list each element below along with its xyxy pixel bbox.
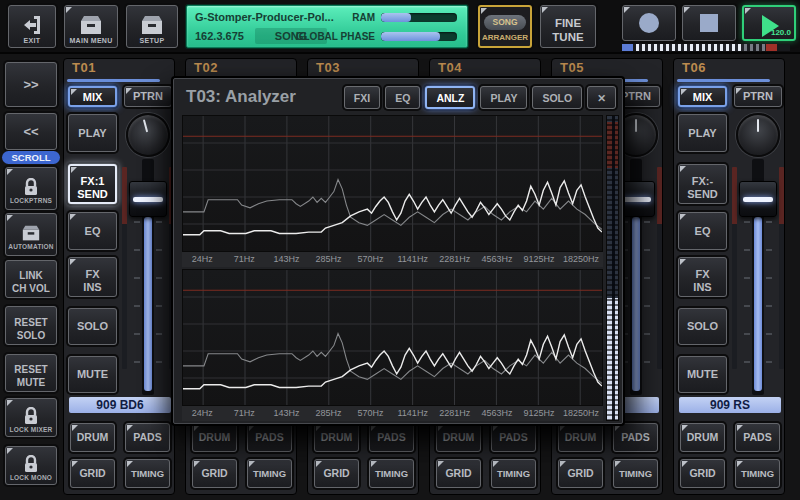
stop-button[interactable] bbox=[682, 5, 736, 41]
pads-button[interactable]: PADS bbox=[125, 423, 170, 452]
arranger-label: ARRANGER bbox=[480, 33, 530, 42]
timing-button[interactable]: TIMING bbox=[491, 459, 536, 488]
volume-fader[interactable] bbox=[122, 159, 174, 397]
fx-ins-button[interactable]: FXINS bbox=[678, 257, 727, 297]
timing-button[interactable]: TIMING bbox=[613, 459, 658, 488]
scroll-badge: SCROLL bbox=[2, 151, 60, 164]
pads-button[interactable]: PADS bbox=[735, 423, 780, 452]
pads-button[interactable]: PADS bbox=[369, 423, 414, 452]
timing-button[interactable]: TIMING bbox=[735, 459, 780, 488]
fx-ins-button[interactable]: FXINS bbox=[68, 257, 117, 297]
solo-button[interactable]: SOLO bbox=[678, 308, 727, 345]
song-arranger-button[interactable]: SONG ARRANGER bbox=[478, 5, 532, 48]
fader-fill bbox=[754, 217, 762, 391]
frequency-axis: 24Hz71Hz143Hz285Hz570Hz1141Hz2281Hz4563H… bbox=[182, 406, 603, 421]
drum-button[interactable]: DRUM bbox=[436, 423, 481, 452]
global-phase-meter bbox=[381, 32, 457, 41]
drum-button[interactable]: DRUM bbox=[192, 423, 237, 452]
fx-send-button[interactable]: FX:-SEND bbox=[678, 164, 727, 204]
main-menu-button[interactable]: MAIN MENU bbox=[64, 5, 118, 48]
freq-tick-label: 24Hz bbox=[192, 408, 213, 418]
grid-button[interactable]: GRID bbox=[314, 459, 359, 488]
dialog-tab-fxi[interactable]: FXI bbox=[344, 86, 380, 109]
dialog-tab-solo[interactable]: SOLO bbox=[532, 86, 582, 109]
automation-icon bbox=[20, 224, 42, 242]
progress-dim bbox=[744, 44, 766, 51]
lock-patterns-label: LOCKPTRNS bbox=[6, 197, 56, 204]
freq-tick-label: 9125Hz bbox=[523, 254, 554, 264]
fader-handle-line bbox=[743, 197, 773, 202]
freq-tick-label: 143Hz bbox=[273, 254, 299, 264]
automation-button[interactable]: AUTOMATION bbox=[5, 213, 57, 256]
spectrum-plot bbox=[182, 115, 603, 252]
play-button[interactable]: 120.0 bbox=[742, 5, 796, 41]
fader-handle[interactable] bbox=[739, 181, 777, 217]
grid-button[interactable]: GRID bbox=[558, 459, 603, 488]
mute-button[interactable]: MUTE bbox=[678, 356, 727, 393]
fx-send-button[interactable]: FX:1SEND bbox=[68, 164, 117, 204]
link-ch-vol-button[interactable]: LINKCH VOL bbox=[5, 260, 57, 298]
dialog-level-meter bbox=[606, 115, 619, 421]
freq-tick-label: 2281Hz bbox=[439, 254, 470, 264]
lock-mixer-label: LOCK MIXER bbox=[6, 426, 56, 433]
fader-handle[interactable] bbox=[129, 181, 167, 217]
solo-button[interactable]: SOLO bbox=[68, 308, 117, 345]
mix-button[interactable]: MIX bbox=[68, 86, 117, 107]
pads-button[interactable]: PADS bbox=[491, 423, 536, 452]
record-button[interactable] bbox=[622, 5, 676, 41]
pads-button[interactable]: PADS bbox=[247, 423, 292, 452]
volume-fader[interactable] bbox=[732, 159, 784, 397]
drum-button[interactable]: DRUM bbox=[558, 423, 603, 452]
timing-button[interactable]: TIMING bbox=[369, 459, 414, 488]
track-label: T01 bbox=[72, 60, 96, 75]
scroll-right-button[interactable]: >> bbox=[5, 62, 57, 107]
eq-button[interactable]: EQ bbox=[678, 212, 727, 250]
freq-tick-label: 285Hz bbox=[315, 254, 341, 264]
dialog-close-button[interactable]: ✕ bbox=[587, 86, 616, 109]
mute-button[interactable]: MUTE bbox=[68, 356, 117, 393]
drum-button[interactable]: DRUM bbox=[70, 423, 115, 452]
timing-button[interactable]: TIMING bbox=[125, 459, 170, 488]
ptrn-button[interactable]: PTRN bbox=[734, 86, 782, 107]
record-icon bbox=[639, 13, 659, 33]
dialog-tab-eq[interactable]: EQ bbox=[385, 86, 420, 109]
grid-button[interactable]: GRID bbox=[436, 459, 481, 488]
scroll-left-button[interactable]: << bbox=[5, 113, 57, 150]
eq-button[interactable]: EQ bbox=[68, 212, 117, 250]
drum-button[interactable]: DRUM bbox=[314, 423, 359, 452]
mix-button[interactable]: MIX bbox=[678, 86, 727, 107]
dialog-tab-play[interactable]: PLAY bbox=[480, 86, 527, 109]
reset-solo-button[interactable]: RESETSOLO bbox=[5, 306, 57, 345]
setup-button[interactable]: SETUP bbox=[126, 5, 178, 48]
track-play-button[interactable]: PLAY bbox=[678, 114, 727, 152]
drum-button[interactable]: DRUM bbox=[680, 423, 725, 452]
tempo-value: 120.0 bbox=[771, 28, 791, 37]
dialog-title: T03: Analyzer bbox=[186, 87, 296, 107]
lock-mono-label: LOCK MONO bbox=[6, 474, 56, 481]
lock-mono-button[interactable]: LOCK MONO bbox=[5, 446, 57, 485]
fine-tune-button[interactable]: FINETUNE bbox=[540, 5, 596, 48]
reset-mute-button[interactable]: RESETMUTE bbox=[5, 354, 57, 392]
song-progress-bar[interactable] bbox=[622, 44, 790, 51]
freq-tick-label: 570Hz bbox=[358, 254, 384, 264]
freq-tick-label: 1141Hz bbox=[398, 254, 428, 264]
grid-button[interactable]: GRID bbox=[70, 459, 115, 488]
dialog-tab-anlz[interactable]: ANLZ bbox=[425, 86, 475, 109]
song-mode-pill: SONG bbox=[484, 15, 526, 30]
grid-button[interactable]: GRID bbox=[680, 459, 725, 488]
track-play-button[interactable]: PLAY bbox=[68, 114, 117, 152]
setup-icon bbox=[140, 14, 164, 36]
spectrum-panel-top: 24Hz71Hz143Hz285Hz570Hz1141Hz2281Hz4563H… bbox=[182, 115, 603, 267]
lock-mixer-button[interactable]: LOCK MIXER bbox=[5, 398, 57, 437]
volume-knob[interactable] bbox=[736, 113, 780, 157]
ptrn-button[interactable]: PTRN bbox=[124, 86, 172, 107]
track-label: T05 bbox=[560, 60, 584, 75]
lock-patterns-button[interactable]: LOCKPTRNS bbox=[5, 167, 57, 210]
freq-tick-label: 24Hz bbox=[192, 254, 213, 264]
knob-indicator bbox=[143, 119, 148, 132]
volume-knob[interactable] bbox=[121, 108, 175, 162]
pads-button[interactable]: PADS bbox=[613, 423, 658, 452]
timing-button[interactable]: TIMING bbox=[247, 459, 292, 488]
grid-button[interactable]: GRID bbox=[192, 459, 237, 488]
exit-button[interactable]: EXIT bbox=[8, 5, 56, 48]
